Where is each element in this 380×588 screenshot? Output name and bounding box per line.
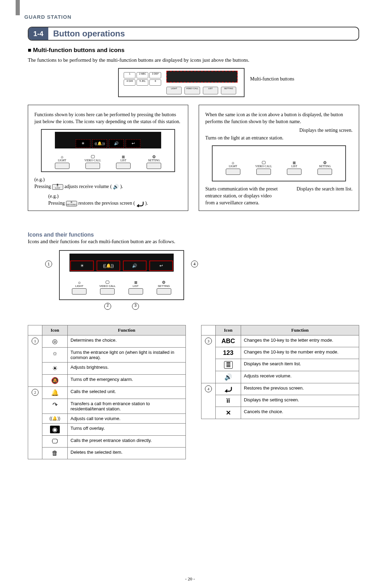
txt-search-list: Displays the search item list.: [241, 359, 359, 371]
hw-list: ≣LIST: [114, 155, 133, 169]
keypad: 1 2 ABC 3 DEF 4 GHI 5 JKL 6: [124, 72, 161, 86]
txt-delete: Deletes the selected item.: [68, 447, 186, 459]
numbered-device: 1 4 ☀ ((🔔)) 🔊 ↩ ☼LIGHT 🖵VIDEO CALL ≣LIST…: [59, 250, 184, 310]
call-volume-icon: ((🔔)): [92, 139, 107, 148]
hw-setting: ⚙SETTING: [144, 155, 164, 169]
inline-list-key: ≣LIST: [52, 184, 63, 190]
txt-return: Restores the previous screen.: [241, 383, 359, 395]
margin-tab: [16, 0, 20, 15]
n-hw-list: ≣LIST: [126, 280, 146, 295]
left-device-sketch: ☀ ((🔔)) 🔊 ↩ ☼LIGHT 🖵VIDEO CALL ≣LIST ⚙SE…: [41, 129, 175, 172]
r-hw-light: ☼LIGHT: [223, 161, 243, 175]
r-hw-list: ≣LIST: [284, 161, 304, 175]
icon-cancel: ✕: [216, 407, 241, 419]
icon-abc: ABC: [216, 335, 241, 347]
btn-light: LIGHT: [166, 87, 182, 94]
key-3: 3 DEF: [149, 72, 161, 78]
txt-overlay-off: Turns off overlay.: [68, 423, 186, 435]
n-hw-light: ☼LIGHT: [69, 280, 89, 295]
icon-determine: ◎: [42, 335, 68, 347]
eg2-prefix: (e.g.): [48, 193, 182, 200]
hw-video: 🖵VIDEO CALL: [83, 155, 102, 169]
th-icon-l: Icon: [42, 325, 68, 335]
icons-sub: Icons and their functions for each multi…: [28, 239, 359, 245]
txt-abc: Changes the 10-key to the letter entry m…: [241, 335, 359, 347]
n-hw-setting: ⚙SETTING: [154, 280, 174, 295]
table-num-3: 3: [205, 338, 212, 344]
num-ic-2: ((🔔)): [97, 261, 120, 271]
sub-heading: ■ Multi-function buttons and icons: [28, 47, 359, 54]
icon-delete: 🗑: [42, 447, 68, 459]
page-number: - 20 -: [0, 576, 380, 582]
eg2-line: Pressing ⚙SETTING restores the previous …: [48, 200, 182, 207]
key-1: 1: [124, 72, 135, 78]
n-hw-video: 🖵VIDEO CALL: [98, 280, 117, 295]
left-function-table: Icon Function 1 ◎ Determines the choice.…: [28, 325, 186, 459]
txt-alarm-off: Turns off the emergency alarm.: [68, 374, 186, 386]
txt-brightness: Adjusts brightness.: [68, 362, 186, 374]
right-callout-box: When the same icon as the icon above a b…: [199, 105, 359, 211]
txt-recv-vol: Adjusts receive volume.: [241, 371, 359, 383]
icon-overlay-off: ◉: [42, 423, 68, 435]
num-ic-1: ☀: [70, 261, 94, 271]
table-num-4: 4: [205, 385, 212, 392]
key-4: 4 GHI: [124, 79, 135, 86]
txt-transfer: Transfers a call from entrance station t…: [68, 399, 186, 414]
page-header: GUARD STATION: [24, 14, 359, 20]
txt-determine: Determines the choice.: [68, 335, 186, 347]
icon-call-unit: 🔔: [42, 386, 68, 399]
icon-transfer: ↷: [42, 399, 68, 414]
r-hw-video: 🖵VIDEO CALL: [254, 161, 273, 175]
mfb-callout-label: Multi-function buttons: [250, 76, 294, 82]
num-ic-4: ↩: [149, 261, 173, 271]
txt-cancel: Cancels the choice.: [241, 407, 359, 419]
circ-3: 3: [132, 303, 139, 310]
eg1-line: Pressing ≣LIST adjusts receive volume ( …: [34, 183, 182, 190]
btn-video: VIDEO CALL: [184, 87, 200, 94]
txt-call-preset: Calls the preset entrance station direct…: [68, 435, 186, 447]
circ-2: 2: [104, 303, 111, 310]
section-title: Button operations: [48, 27, 130, 40]
eg1-prefix: (e.g.): [34, 176, 182, 183]
txt-light-on: Turns the entrance light on (when light …: [68, 347, 186, 362]
txt-call-unit: Calls the selected unit.: [68, 386, 186, 399]
icon-123: 123: [216, 347, 241, 359]
r-hw-setting: ⚙SETTING: [315, 161, 334, 175]
top-device-sketch: 1 2 ABC 3 DEF 4 GHI 5 JKL 6 LIGHT VIDEO …: [118, 68, 245, 97]
circ-1: 1: [45, 261, 52, 267]
key-6: 6: [149, 79, 161, 86]
btn-list: LIST: [203, 87, 218, 94]
section-number: 1-4: [28, 27, 48, 40]
left-callout-box: Functions shown by icons here can be per…: [28, 105, 188, 211]
key-2: 2 ABC: [137, 72, 148, 78]
annot-video: Starts communication with the preset ent…: [205, 186, 282, 206]
icon-search-list: ≣: [216, 359, 241, 371]
key-5: 5 JKL: [137, 79, 148, 86]
intro-text: The functions to be performed by the mul…: [28, 57, 359, 63]
icon-recv-vol: 🔊: [216, 371, 241, 383]
receive-volume-icon: 🔊: [109, 139, 124, 148]
inline-setting-key: ⚙SETTING: [66, 201, 77, 206]
icon-setting: ïí: [216, 395, 241, 407]
txt-123: Changes the 10-key to the number entry m…: [241, 347, 359, 359]
return-icon: ↩: [126, 139, 140, 148]
section-title-bar: 1-4 Button operations: [28, 27, 359, 41]
right-function-table: Icon Function 3 ABC Changes the 10-key t…: [201, 325, 359, 419]
annot-list: Displays the search item list.: [289, 186, 353, 193]
icon-return: [216, 383, 241, 395]
annot-setting: Displays the setting screen.: [205, 127, 353, 134]
left-box-desc: Functions shown by icons here can be per…: [34, 111, 182, 125]
right-device-sketch: ☼LIGHT 🖵VIDEO CALL ≣LIST ⚙SETTING: [212, 145, 346, 181]
right-box-desc: When the same icon as the icon above a b…: [205, 111, 353, 125]
return-inline-icon: [136, 200, 144, 207]
btn-setting: SETTING: [221, 87, 236, 94]
top-screen: [166, 71, 238, 83]
txt-setting: Displays the setting screen.: [241, 395, 359, 407]
num-ic-3: 🔊: [123, 261, 147, 271]
icon-alarm-off: 🔕: [42, 374, 68, 386]
icon-call-tone: ((🔔)): [42, 414, 68, 423]
th-func-l: Function: [68, 325, 186, 335]
th-func-r: Function: [241, 325, 359, 335]
table-num-1: 1: [32, 338, 39, 344]
icon-light-on: ☼: [42, 347, 68, 362]
